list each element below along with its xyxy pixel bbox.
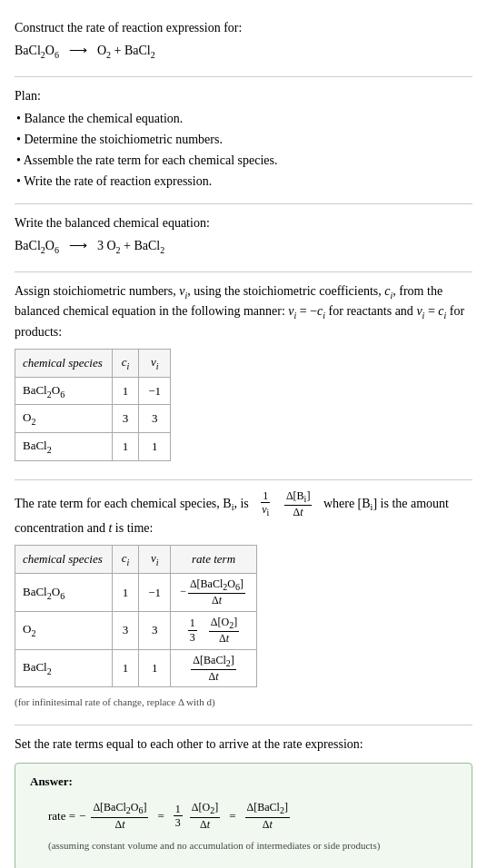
- term3-fraction: Δ[BaCl2] Δt: [245, 801, 290, 831]
- rt-c-bacl2o6: 1: [112, 573, 139, 611]
- balanced-label: Write the balanced chemical equation:: [15, 213, 472, 232]
- stoich-col-species: chemical species: [15, 350, 113, 378]
- term2-num: Δ[O2]: [190, 801, 220, 817]
- species-bacl2o6: BaCl2O6: [15, 377, 113, 405]
- set-equal-label: Set the rate terms equal to each other t…: [15, 735, 472, 754]
- term1-sign: −: [79, 807, 85, 825]
- c-bacl2o6: 1: [112, 377, 139, 405]
- rt-rate-bacl2: Δ[BaCl2] Δt: [171, 649, 257, 687]
- rt-c-bacl2: 1: [112, 649, 139, 687]
- plan-list: • Balance the chemical equation. • Deter…: [16, 109, 472, 191]
- v-bacl2o6: −1: [139, 377, 171, 405]
- equals-1: =: [157, 807, 164, 825]
- table-row: BaCl2 1 1 Δ[BaCl2] Δt: [15, 649, 257, 687]
- term2-fraction: Δ[O2] Δt: [190, 801, 220, 831]
- set-equal-section: Set the rate terms equal to each other t…: [15, 725, 472, 868]
- header-section: Construct the rate of reaction expressio…: [15, 9, 472, 77]
- rate-col-c: ci: [112, 546, 139, 574]
- rate-term-intro: The rate term for each chemical species,…: [15, 489, 472, 538]
- rt-c-o2: 3: [112, 611, 139, 649]
- term1-fraction: Δ[BaCl2O6] Δt: [91, 801, 148, 831]
- balanced-section: Write the balanced chemical equation: Ba…: [15, 204, 472, 272]
- c-bacl2: 1: [112, 432, 139, 460]
- answer-footnote: (assuming constant volume and no accumul…: [30, 838, 457, 853]
- rate-expression: rate = − Δ[BaCl2O6] Δt = 1 3 Δ[O2] Δt = …: [30, 797, 457, 833]
- rt-v-bacl2: 1: [139, 649, 171, 687]
- plan-step-4: • Write the rate of reaction expression.: [16, 172, 472, 191]
- equals-2: =: [229, 807, 235, 825]
- plan-label: Plan:: [15, 86, 472, 105]
- table-row: BaCl2O6 1 −1: [15, 377, 171, 405]
- species-bacl2: BaCl2: [15, 432, 113, 460]
- term3-den: Δt: [261, 818, 274, 831]
- term2-den: Δt: [198, 818, 212, 831]
- v-bacl2: 1: [139, 432, 171, 460]
- rt-species-bacl2: BaCl2: [15, 649, 113, 687]
- answer-box: Answer: rate = − Δ[BaCl2O6] Δt = 1 3 Δ[O…: [15, 763, 472, 868]
- species-o2: O2: [15, 405, 113, 433]
- stoich-section: Assign stoichiometric numbers, νi, using…: [15, 272, 472, 480]
- rt-rate-bacl2o6: − Δ[BaCl2O6] Δt: [171, 573, 257, 611]
- answer-label: Answer:: [30, 773, 457, 791]
- table-row: O2 3 3 1 3 Δ[O2] Δt: [15, 611, 257, 649]
- rt-v-o2: 3: [139, 611, 171, 649]
- reaction-balanced: BaCl2O6 ⟶ 3 O2 + BaCl2: [15, 236, 472, 257]
- term1-num: Δ[BaCl2O6]: [91, 801, 148, 817]
- plan-section: Plan: • Balance the chemical equation. •…: [15, 77, 472, 204]
- stoich-col-v: νi: [139, 350, 171, 378]
- rate-label: rate =: [48, 807, 75, 825]
- plan-step-1: • Balance the chemical equation.: [16, 109, 472, 128]
- rt-species-o2: O2: [15, 611, 113, 649]
- plan-step-3: • Assemble the rate term for each chemic…: [16, 151, 472, 170]
- plan-step-2: • Determine the stoichiometric numbers.: [16, 130, 472, 149]
- table-row: BaCl2O6 1 −1 − Δ[BaCl2O6] Δt: [15, 573, 257, 611]
- stoich-col-c: ci: [112, 350, 139, 378]
- infinitesimal-note: (for infinitesimal rate of change, repla…: [15, 695, 472, 710]
- stoich-table: chemical species ci νi BaCl2O6 1 −1 O2 3…: [15, 349, 171, 460]
- term1-den: Δt: [113, 818, 126, 831]
- term3-num: Δ[BaCl2]: [245, 801, 290, 817]
- rate-col-v: νi: [139, 546, 171, 574]
- rate-col-species: chemical species: [15, 546, 113, 574]
- header-title: Construct the rate of reaction expressio…: [15, 18, 472, 37]
- rate-term-formula: 1 νi Δ[Bi] Δt: [258, 496, 317, 509]
- rate-col-term: rate term: [171, 546, 257, 574]
- table-row: O2 3 3: [15, 405, 171, 433]
- rt-v-bacl2o6: −1: [139, 573, 171, 611]
- reaction-original: BaCl2O6 ⟶ O2 + BaCl2: [15, 41, 472, 62]
- rt-species-bacl2o6: BaCl2O6: [15, 573, 113, 611]
- rate-term-section: The rate term for each chemical species,…: [15, 480, 472, 725]
- rate-table: chemical species ci νi rate term BaCl2O6…: [15, 545, 257, 687]
- rt-rate-o2: 1 3 Δ[O2] Δt: [171, 611, 257, 649]
- term2-coef: 1 3: [172, 803, 184, 830]
- stoich-intro: Assign stoichiometric numbers, νi, using…: [15, 281, 472, 342]
- v-o2: 3: [139, 405, 171, 433]
- c-o2: 3: [112, 405, 139, 433]
- table-row: BaCl2 1 1: [15, 432, 171, 460]
